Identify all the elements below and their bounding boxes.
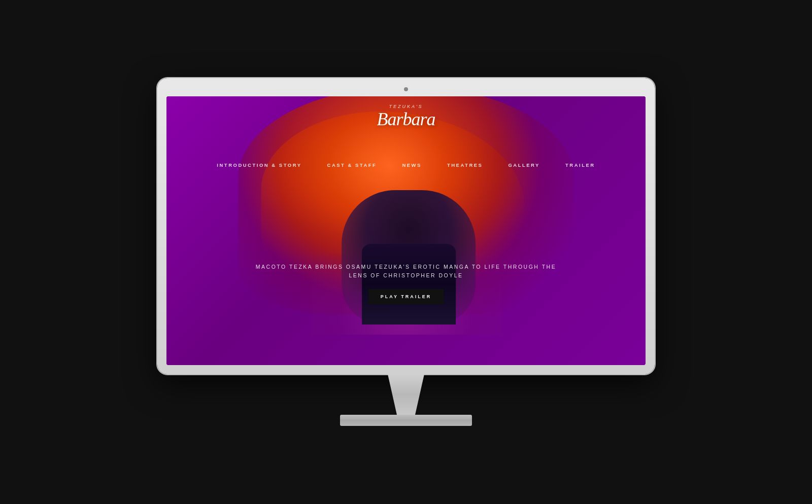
nav-item-theatres[interactable]: THEATRES bbox=[447, 162, 483, 168]
main-navigation: INTRODUCTION & STORY CAST & STAFF NEWS T… bbox=[166, 152, 646, 175]
nav-item-intro[interactable]: INTRODUCTION & STORY bbox=[217, 162, 301, 168]
tagline-line2: LENS OF CHRISTOPHER DOYLE bbox=[349, 272, 463, 278]
hero-content: MACOTO TEZKA BRINGS OSAMU TEZUKA'S EROTI… bbox=[250, 263, 562, 304]
screen: TEZUKA'S Barbara INTRODUCTION & STORY CA… bbox=[166, 96, 646, 365]
nav-item-cast[interactable]: CAST & STAFF bbox=[327, 162, 377, 168]
logo-barbara-text: Barbara bbox=[377, 110, 435, 128]
man-figure bbox=[342, 190, 476, 325]
play-trailer-button[interactable]: PLAY TRAILER bbox=[368, 289, 444, 304]
nav-item-trailer[interactable]: TRAILER bbox=[565, 162, 595, 168]
hero-tagline: MACOTO TEZKA BRINGS OSAMU TEZUKA'S EROTI… bbox=[250, 263, 562, 280]
site-logo: TEZUKA'S Barbara bbox=[377, 104, 435, 128]
logo-tezuka-text: TEZUKA'S bbox=[377, 104, 435, 109]
monitor-wrapper: TEZUKA'S Barbara INTRODUCTION & STORY CA… bbox=[157, 78, 655, 426]
nav-item-gallery[interactable]: GALLERY bbox=[508, 162, 540, 168]
tagline-line1: MACOTO TEZKA BRINGS OSAMU TEZUKA'S EROTI… bbox=[256, 264, 556, 270]
monitor-stand-base bbox=[340, 415, 472, 426]
monitor-stand-neck bbox=[376, 374, 436, 415]
monitor-body: TEZUKA'S Barbara INTRODUCTION & STORY CA… bbox=[157, 78, 655, 374]
camera-dot bbox=[404, 87, 408, 91]
nav-item-news[interactable]: NEWS bbox=[402, 162, 422, 168]
